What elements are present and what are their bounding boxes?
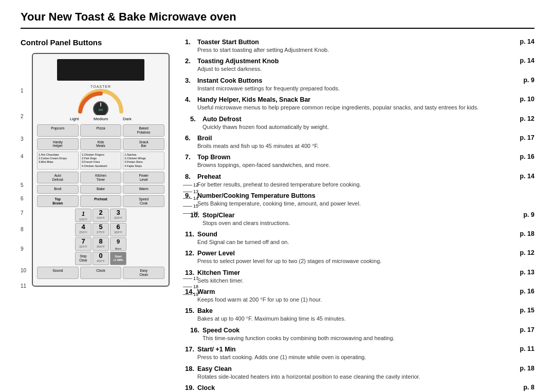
svg-text:on: on	[99, 108, 103, 111]
bake-btn[interactable]: Bake	[80, 185, 122, 193]
num-7-btn[interactable]: 7325°F	[75, 237, 91, 251]
item-page: p. 9	[516, 77, 534, 84]
item-number: 3.	[185, 77, 194, 84]
item-content: Stop/Clear Stops oven and clears instruc…	[202, 211, 513, 227]
item-number: 17.	[185, 345, 194, 353]
marker-13: 13	[183, 189, 198, 194]
item-desc: Keeps food warm at 200 °F for up to one …	[197, 296, 322, 303]
item-page: p. 14	[516, 57, 534, 64]
num-2-btn[interactable]: 2150°F	[92, 209, 109, 222]
row-label-11: 11	[21, 283, 26, 289]
num-9-btn[interactable]: 9More375°F	[110, 237, 126, 251]
item-title: Easy Clean	[197, 365, 232, 372]
broil-btn[interactable]: Broil	[37, 185, 79, 193]
item-page: p. 12	[516, 115, 534, 122]
num-6-btn[interactable]: 6300°F	[110, 223, 126, 236]
numpad: 1100°F 2150°F 3200°F 4250°F	[37, 209, 164, 265]
item-page: p. 16	[516, 153, 534, 160]
kids-meals-btn[interactable]: KidsMeals	[80, 138, 122, 151]
item-content: Preheat For better results, preheat to d…	[197, 173, 513, 189]
item-desc: Press to select power level for up to tw…	[197, 258, 381, 264]
item-page: p. 14	[516, 38, 534, 45]
item-title: Toasting Adjustment Knob	[197, 58, 279, 65]
clock-btn[interactable]: Clock	[80, 267, 122, 279]
item-number: 16.	[190, 326, 199, 334]
list-item: 4. Handy Helper, Kids Meals, Snack Bar U…	[185, 96, 534, 111]
item-content: Speed Cook This time-saving function coo…	[202, 326, 513, 342]
list-item: 1. Toaster Start Button Press to start t…	[185, 38, 534, 54]
item-desc: Instant microwave settings for frequentl…	[197, 85, 340, 91]
item-number: 11.	[185, 230, 194, 238]
num-8-btn[interactable]: 8350°F	[92, 237, 109, 251]
row7-btns: TopBrown Preheat SpeedCook	[37, 195, 164, 208]
item-content: Warm Keeps food warm at 200 °F for up to…	[197, 288, 513, 304]
item-desc: Sets Baking temperature, cooking time, a…	[197, 200, 361, 207]
item-number: 5.	[190, 115, 199, 123]
row-label-4: 4	[21, 154, 24, 159]
num-3-btn[interactable]: 3200°F	[110, 209, 126, 222]
item-page: p. 14	[516, 173, 534, 180]
warm-btn[interactable]: Warm	[123, 185, 164, 193]
snack-bar-btn[interactable]: SnackBar	[123, 138, 164, 151]
marker-16: 16	[183, 211, 198, 216]
auto-defrost-btn[interactable]: AutoDefrost	[37, 172, 79, 184]
row-label-1: 1	[21, 88, 24, 94]
sound-btn[interactable]: Sound	[37, 267, 79, 279]
item-title: Number/Cooking Temperature Buttons	[197, 192, 316, 199]
popcorn-btn[interactable]: Popcorn	[37, 124, 79, 137]
item-page: p. 17	[516, 326, 534, 333]
list-item: 9. Number/Cooking Temperature Buttons Se…	[185, 192, 534, 208]
kitchen-timer-btn[interactable]: KitchenTimer	[80, 172, 122, 184]
item-title: Start/ +1 Min	[197, 346, 236, 353]
item-number: 4.	[185, 96, 194, 103]
item-content: Start/ +1 Min Press to start cooking. Ad…	[197, 345, 513, 361]
row11-btns: Sound Clock EasyClean	[37, 267, 164, 279]
speed-cook-btn[interactable]: SpeedCook	[123, 195, 164, 208]
item-page: p. 9	[516, 211, 534, 218]
handy-helper-btn[interactable]: HandyHelper	[37, 138, 79, 151]
preheat-btn[interactable]: Preheat	[80, 195, 122, 208]
item-content: Handy Helper, Kids Meals, Snack Bar Usef…	[197, 96, 513, 111]
list-item: 15. Bake Bakes at up to 400 °F. Maximum …	[185, 307, 534, 323]
baked-potatoes-btn[interactable]: BakedPotatoes	[123, 124, 164, 137]
stop-clear-btn[interactable]: StopClear	[75, 252, 91, 265]
list-item: 14. Warm Keeps food warm at 200 °F for u…	[185, 288, 534, 304]
pizza-btn[interactable]: Pizza	[80, 124, 122, 137]
list-item: 2. Toasting Adjustment Knob Adjust to se…	[185, 57, 534, 73]
item-content: Top Brown Browns toppings, open-faced sa…	[197, 153, 513, 169]
item-page: p. 16	[516, 288, 534, 295]
helper-col-3: 1.Nachos2.Chicken Wings3.Potato Skins4.F…	[123, 152, 164, 170]
list-item: 11. Sound End Signal can be turned off a…	[185, 230, 534, 246]
item-title: Top Brown	[197, 154, 230, 161]
top-brown-btn[interactable]: TopBrown	[37, 195, 79, 208]
item-page: p. 8	[516, 384, 534, 391]
num-5-btn[interactable]: 5275°F	[92, 223, 109, 236]
item-desc: Stops oven and clears instructions.	[202, 220, 290, 226]
item-content: Toaster Start Button Press to start toas…	[197, 38, 513, 54]
list-item: 12. Power Level Press to select power le…	[185, 249, 534, 265]
item-title: Power Level	[197, 250, 235, 257]
list-item: 19. Clock Sets current time. p. 8	[185, 384, 534, 392]
features-list: 1. Toaster Start Button Press to start t…	[185, 38, 534, 392]
power-level-btn[interactable]: PowerLevel	[123, 172, 164, 184]
item-content: Broil Broils meats and fish up to 45 min…	[197, 134, 513, 150]
row5-btns: AutoDefrost KitchenTimer PowerLevel	[37, 172, 164, 184]
num-1-btn[interactable]: 1100°F	[75, 209, 91, 222]
item-number: 7.	[185, 153, 194, 161]
start-btn[interactable]: Start+1 MIN.	[110, 252, 126, 265]
marker-14: 14	[183, 196, 198, 201]
helper-col-1: 1.Hot Chocolate2.Cotton Cream Drops3.Min…	[37, 152, 79, 170]
item-desc: Press to start cooking. Adds one (1) min…	[197, 354, 366, 360]
item-title: Handy Helper, Kids Meals, Snack Bar	[197, 96, 310, 103]
item-number: 13.	[185, 269, 194, 276]
item-title: Instant Cook Buttons	[197, 77, 262, 84]
item-desc: Browns toppings, open-faced sandwiches, …	[197, 162, 330, 168]
easy-clean-btn[interactable]: EasyClean	[123, 267, 164, 279]
num-4-btn[interactable]: 4250°F	[75, 223, 91, 236]
knob-labels: Light Medium Dark	[70, 117, 132, 121]
num-0-btn[interactable]: 0400°F	[92, 252, 109, 265]
item-content: Kitchen Timer Sets kitchen timer.	[197, 269, 513, 285]
list-item: 3. Instant Cook Buttons Instant microwav…	[185, 77, 534, 92]
marker-19: 19	[183, 292, 198, 297]
item-number: 15.	[185, 307, 194, 314]
